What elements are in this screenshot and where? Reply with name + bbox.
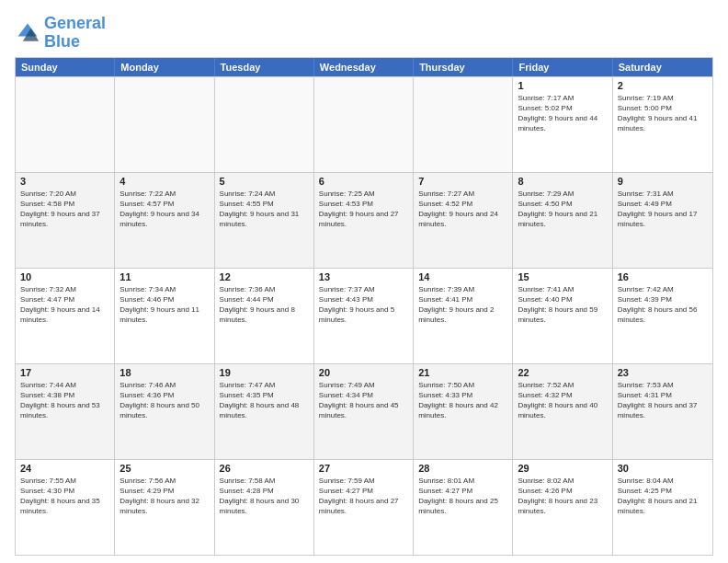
header-day-wednesday: Wednesday — [314, 58, 414, 76]
header-day-friday: Friday — [513, 58, 612, 76]
cell-info-text: Sunrise: 7:49 AM Sunset: 4:34 PM Dayligh… — [319, 380, 408, 421]
calendar-cell: 16Sunrise: 7:42 AM Sunset: 4:39 PM Dayli… — [613, 269, 712, 363]
day-number: 3 — [20, 176, 109, 187]
day-number: 30 — [618, 463, 708, 474]
cell-info-text: Sunrise: 7:24 AM Sunset: 4:55 PM Dayligh… — [220, 189, 309, 230]
calendar-cell — [115, 77, 214, 172]
header-day-sunday: Sunday — [16, 58, 115, 76]
day-number: 6 — [319, 176, 408, 187]
day-number: 8 — [518, 176, 607, 187]
cell-info-text: Sunrise: 7:56 AM Sunset: 4:29 PM Dayligh… — [119, 476, 209, 517]
cell-info-text: Sunrise: 7:34 AM Sunset: 4:46 PM Dayligh… — [119, 284, 209, 326]
calendar-cell — [314, 77, 414, 172]
calendar-cell: 5Sunrise: 7:24 AM Sunset: 4:55 PM Daylig… — [215, 173, 314, 268]
calendar-row-4: 24Sunrise: 7:55 AM Sunset: 4:30 PM Dayli… — [16, 459, 712, 555]
calendar-cell: 27Sunrise: 7:59 AM Sunset: 4:27 PM Dayli… — [314, 460, 414, 555]
cell-info-text: Sunrise: 7:20 AM Sunset: 4:58 PM Dayligh… — [20, 189, 109, 230]
calendar-cell: 17Sunrise: 7:44 AM Sunset: 4:38 PM Dayli… — [16, 364, 115, 459]
cell-info-text: Sunrise: 7:29 AM Sunset: 4:50 PM Dayligh… — [518, 189, 607, 230]
day-number: 12 — [220, 271, 309, 282]
cell-info-text: Sunrise: 7:41 AM Sunset: 4:40 PM Dayligh… — [518, 284, 607, 326]
day-number: 13 — [319, 271, 408, 282]
day-number: 14 — [418, 271, 507, 282]
day-number: 10 — [20, 271, 109, 282]
calendar-cell: 23Sunrise: 7:53 AM Sunset: 4:31 PM Dayli… — [613, 364, 712, 459]
day-number: 15 — [518, 271, 607, 282]
calendar-cell — [215, 77, 314, 172]
calendar-cell — [16, 77, 115, 172]
day-number: 25 — [119, 463, 209, 474]
day-number: 23 — [618, 367, 708, 378]
calendar-cell: 8Sunrise: 7:29 AM Sunset: 4:50 PM Daylig… — [513, 173, 612, 268]
calendar-cell: 26Sunrise: 7:58 AM Sunset: 4:28 PM Dayli… — [215, 460, 314, 555]
cell-info-text: Sunrise: 7:27 AM Sunset: 4:52 PM Dayligh… — [418, 189, 507, 230]
day-number: 26 — [220, 463, 309, 474]
calendar-row-1: 3Sunrise: 7:20 AM Sunset: 4:58 PM Daylig… — [16, 172, 712, 268]
cell-info-text: Sunrise: 7:44 AM Sunset: 4:38 PM Dayligh… — [20, 380, 109, 421]
calendar-cell: 6Sunrise: 7:25 AM Sunset: 4:53 PM Daylig… — [314, 173, 414, 268]
calendar-cell: 24Sunrise: 7:55 AM Sunset: 4:30 PM Dayli… — [16, 460, 115, 555]
header-day-thursday: Thursday — [414, 58, 513, 76]
cell-info-text: Sunrise: 7:39 AM Sunset: 4:41 PM Dayligh… — [418, 284, 507, 326]
calendar-cell: 22Sunrise: 7:52 AM Sunset: 4:32 PM Dayli… — [513, 364, 612, 459]
day-number: 28 — [418, 463, 507, 474]
calendar-cell: 2Sunrise: 7:19 AM Sunset: 5:00 PM Daylig… — [613, 77, 712, 172]
day-number: 5 — [220, 176, 309, 187]
day-number: 1 — [518, 80, 607, 91]
day-number: 22 — [518, 367, 607, 378]
day-number: 2 — [618, 80, 708, 91]
calendar-header: SundayMondayTuesdayWednesdayThursdayFrid… — [16, 58, 712, 76]
cell-info-text: Sunrise: 7:46 AM Sunset: 4:36 PM Dayligh… — [119, 380, 209, 421]
calendar-row-0: 1Sunrise: 7:17 AM Sunset: 5:02 PM Daylig… — [16, 76, 712, 172]
calendar-cell: 3Sunrise: 7:20 AM Sunset: 4:58 PM Daylig… — [16, 173, 115, 268]
cell-info-text: Sunrise: 7:55 AM Sunset: 4:30 PM Dayligh… — [20, 476, 109, 517]
day-number: 18 — [119, 367, 209, 378]
day-number: 17 — [20, 367, 109, 378]
day-number: 7 — [418, 176, 507, 187]
logo-text: General Blue — [44, 15, 106, 52]
calendar-row-2: 10Sunrise: 7:32 AM Sunset: 4:47 PM Dayli… — [16, 268, 712, 363]
header: General Blue — [15, 15, 713, 52]
calendar-cell: 19Sunrise: 7:47 AM Sunset: 4:35 PM Dayli… — [215, 364, 314, 459]
calendar-cell: 15Sunrise: 7:41 AM Sunset: 4:40 PM Dayli… — [513, 269, 612, 363]
cell-info-text: Sunrise: 8:04 AM Sunset: 4:25 PM Dayligh… — [618, 476, 708, 517]
calendar-body: 1Sunrise: 7:17 AM Sunset: 5:02 PM Daylig… — [16, 76, 712, 555]
cell-info-text: Sunrise: 7:58 AM Sunset: 4:28 PM Dayligh… — [220, 476, 309, 517]
calendar-cell: 11Sunrise: 7:34 AM Sunset: 4:46 PM Dayli… — [115, 269, 214, 363]
cell-info-text: Sunrise: 7:59 AM Sunset: 4:27 PM Dayligh… — [319, 476, 408, 517]
calendar-cell: 7Sunrise: 7:27 AM Sunset: 4:52 PM Daylig… — [414, 173, 513, 268]
day-number: 4 — [119, 176, 209, 187]
day-number: 19 — [220, 367, 309, 378]
calendar: SundayMondayTuesdayWednesdayThursdayFrid… — [15, 57, 713, 556]
header-day-tuesday: Tuesday — [215, 58, 314, 76]
cell-info-text: Sunrise: 7:19 AM Sunset: 5:00 PM Dayligh… — [618, 93, 708, 134]
day-number: 27 — [319, 463, 408, 474]
header-day-saturday: Saturday — [613, 58, 712, 76]
logo: General Blue — [15, 15, 106, 52]
calendar-cell: 1Sunrise: 7:17 AM Sunset: 5:02 PM Daylig… — [513, 77, 612, 172]
page: General Blue SundayMondayTuesdayWednesda… — [0, 0, 728, 563]
day-number: 29 — [518, 463, 607, 474]
calendar-cell: 10Sunrise: 7:32 AM Sunset: 4:47 PM Dayli… — [16, 269, 115, 363]
cell-info-text: Sunrise: 7:52 AM Sunset: 4:32 PM Dayligh… — [518, 380, 607, 421]
cell-info-text: Sunrise: 8:01 AM Sunset: 4:27 PM Dayligh… — [418, 476, 507, 517]
calendar-cell: 4Sunrise: 7:22 AM Sunset: 4:57 PM Daylig… — [115, 173, 214, 268]
day-number: 21 — [418, 367, 507, 378]
calendar-cell: 25Sunrise: 7:56 AM Sunset: 4:29 PM Dayli… — [115, 460, 214, 555]
day-number: 20 — [319, 367, 408, 378]
logo-icon — [15, 20, 40, 46]
day-number: 16 — [618, 271, 708, 282]
calendar-cell: 12Sunrise: 7:36 AM Sunset: 4:44 PM Dayli… — [215, 269, 314, 363]
calendar-cell — [414, 77, 513, 172]
cell-info-text: Sunrise: 7:22 AM Sunset: 4:57 PM Dayligh… — [119, 189, 209, 230]
cell-info-text: Sunrise: 7:25 AM Sunset: 4:53 PM Dayligh… — [319, 189, 408, 230]
calendar-cell: 13Sunrise: 7:37 AM Sunset: 4:43 PM Dayli… — [314, 269, 414, 363]
cell-info-text: Sunrise: 7:31 AM Sunset: 4:49 PM Dayligh… — [618, 189, 708, 230]
cell-info-text: Sunrise: 7:37 AM Sunset: 4:43 PM Dayligh… — [319, 284, 408, 326]
cell-info-text: Sunrise: 7:32 AM Sunset: 4:47 PM Dayligh… — [20, 284, 109, 326]
calendar-cell: 29Sunrise: 8:02 AM Sunset: 4:26 PM Dayli… — [513, 460, 612, 555]
cell-info-text: Sunrise: 7:47 AM Sunset: 4:35 PM Dayligh… — [220, 380, 309, 421]
calendar-row-3: 17Sunrise: 7:44 AM Sunset: 4:38 PM Dayli… — [16, 363, 712, 459]
header-day-monday: Monday — [115, 58, 214, 76]
day-number: 24 — [20, 463, 109, 474]
